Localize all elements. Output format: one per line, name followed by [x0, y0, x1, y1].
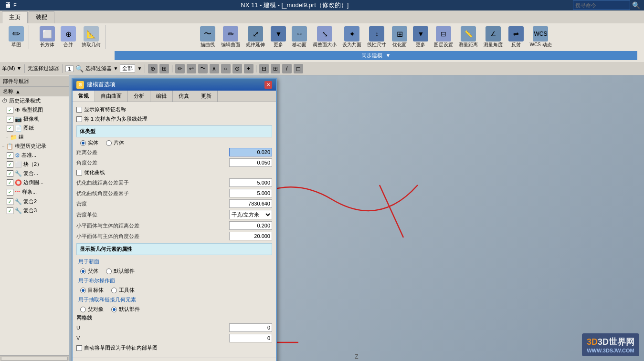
toolbar-icon-3[interactable]: ✏ [175, 64, 185, 73]
ribbon-group-solid: ⬜ 长方体 ⊕ 合并 📐 抽取几何 [35, 25, 106, 49]
density-label: 密度 [76, 200, 229, 207]
tree-item-drawing[interactable]: ✓ 📄 图纸 [0, 124, 69, 133]
toolbar-icon-4[interactable]: ↩ [187, 64, 196, 73]
show-original-checkbox[interactable] [76, 107, 82, 113]
dialog-tab-update[interactable]: 更新 [195, 91, 218, 102]
ribbon-btn-more2[interactable]: ▼ 更多 [411, 25, 430, 49]
ribbon-btn-measure-angle[interactable]: ∠ 测量角度 [482, 25, 505, 49]
ribbon-btn-box[interactable]: ⬜ 长方体 [38, 25, 57, 49]
menu-label[interactable]: 单(M) ▼ [2, 65, 21, 72]
optimize-curve-checkbox[interactable] [76, 170, 82, 175]
default-part2-radio[interactable]: 默认部件 [111, 306, 140, 313]
toolbar-icon-10[interactable]: ⊟ [259, 64, 269, 73]
toolbar-icon-11[interactable]: ⊞ [271, 64, 280, 73]
facet-dist-input[interactable] [229, 221, 272, 230]
toolbar-icon-2[interactable]: ⊞ [159, 64, 169, 73]
ribbon-btn-set-face[interactable]: ✦ 设为共面 [340, 25, 363, 49]
tree-item-composite3[interactable]: ✓ 🔧 复合3 [0, 206, 69, 215]
tool-body-radio[interactable]: 工具体 [111, 287, 135, 294]
toolbar-icon-13[interactable]: ◻ [294, 64, 303, 73]
dialog-tab-analysis[interactable]: 分析 [128, 91, 150, 102]
density-unit-select[interactable]: 千克/立方米 [229, 210, 272, 219]
all-label[interactable]: 全部 [120, 64, 135, 72]
sidebar-scrollbar[interactable] [0, 355, 69, 361]
ribbon-btn-edit-curve[interactable]: ✏ 编辑曲面 [219, 25, 242, 49]
tree-item-camera[interactable]: ✓ 📷 摄像机 [0, 114, 69, 124]
tab-assembly[interactable]: 装配 [29, 11, 54, 23]
grid-v-input[interactable] [229, 334, 272, 342]
ribbon-btn-extend[interactable]: ⤢ 规律延伸 [244, 25, 267, 49]
angle-tol-input[interactable] [229, 158, 272, 167]
tree-item-datum[interactable]: ✓ ⚙ 基准... [0, 151, 69, 160]
tab-home[interactable]: 主页 [2, 11, 28, 23]
parent-obj-label: 父对象 [88, 306, 104, 313]
dialog-tab-edit[interactable]: 编辑 [150, 91, 173, 102]
tree-item-block[interactable]: ✓ ⬜ 块（2） [0, 160, 69, 169]
tree-item-group[interactable]: − 📁 组 [0, 133, 69, 142]
distance-tol-input[interactable] [229, 148, 272, 156]
facet-angle-input[interactable] [229, 232, 272, 240]
sep2 [62, 64, 63, 73]
ribbon-btn-linear-dim[interactable]: ↕ 线性尺寸 [365, 25, 388, 49]
ribbon-btn-optimize[interactable]: ⊞ 优化面 [390, 25, 409, 49]
tree-item-model-history[interactable]: − 📋 模型历史记录 [0, 142, 69, 151]
tree-item-model-view[interactable]: ✓ 👁 模型视图 [0, 105, 69, 114]
more2-label: 更多 [416, 41, 425, 48]
toolbar-icon-6[interactable]: ∧ [210, 64, 219, 73]
sync-chevron[interactable]: ▼ [386, 52, 391, 58]
ribbon-btn-wcs[interactable]: WCS WCS 动态 [528, 25, 553, 49]
toolbar-icon-5[interactable]: 〜 [198, 64, 208, 73]
opt-angle-factor-input[interactable] [229, 189, 272, 197]
dialog-close-button[interactable]: ✕ [264, 81, 272, 89]
angle-tol-label: 角度公差 [76, 159, 229, 166]
tree-item-composite1[interactable]: ✓ 🔧 复合... [0, 169, 69, 178]
distance-tol-row: 距离公差 [76, 148, 272, 156]
tree-item-history-mode[interactable]: ⏱ 历史记录模式 [0, 96, 69, 105]
target-body-radio[interactable]: 目标体 [80, 287, 104, 294]
no-filter-btn[interactable]: 无选择过滤器 [28, 65, 59, 72]
toolbar-icon-8[interactable]: ⊙ [232, 64, 242, 73]
toolbar-icon-7[interactable]: ○ [221, 64, 231, 73]
ribbon-group-freeform: 〜 描曲线 ✏ 编辑曲面 ⤢ 规律延伸 ▼ 更多 ↔ 移动面 [112, 25, 640, 60]
ribbon-btn-curve[interactable]: 〜 描曲线 [198, 25, 217, 49]
ribbon-btn-sketch[interactable]: ✏ 草图 [7, 25, 26, 49]
sheet-radio[interactable]: 片体 [106, 139, 124, 146]
grid-u-input[interactable] [229, 323, 272, 332]
toolbar-icon-1[interactable]: ⊕ [148, 64, 158, 73]
parent-obj-radio[interactable]: 父对象 [80, 306, 104, 313]
default-part-radio[interactable]: 默认部件 [106, 268, 135, 275]
tree-item-composite2[interactable]: ✓ 🔧 复合2 [0, 197, 69, 206]
dialog-tab-general[interactable]: 常规 [73, 91, 95, 102]
ribbon-btn-merge[interactable]: ⊕ 合并 [59, 25, 78, 49]
ribbon-btn-more1[interactable]: ▼ 更多 [269, 25, 288, 49]
solid-radio[interactable]: 实体 [80, 139, 98, 146]
parent-body-radio[interactable]: 父体 [80, 268, 98, 275]
toolbar-icon-9[interactable]: + [244, 64, 253, 73]
ribbon-btn-extract[interactable]: 📐 抽取几何 [80, 25, 103, 49]
chevron-down-icon[interactable]: ▼ [114, 66, 118, 71]
density-input[interactable] [229, 199, 272, 208]
all-chevron-icon[interactable]: ▼ [137, 66, 142, 71]
search-icon[interactable]: 🔍 [632, 1, 640, 9]
tree-item-edge[interactable]: ✓ ⭕ 边倒圆... [0, 178, 69, 187]
dialog-tab-simulation[interactable]: 仿真 [173, 91, 195, 102]
select-filter-btn[interactable]: 选择过滤器 [85, 65, 112, 72]
search-input[interactable] [573, 0, 630, 10]
ribbon-btn-move-face[interactable]: ↔ 移动面 [290, 25, 309, 49]
spline-polyline-checkbox[interactable] [76, 116, 82, 122]
ribbon-btn-resize[interactable]: ⤡ 调整面大小 [311, 25, 338, 49]
tree-item-spline[interactable]: ✓ 〜 样条... [0, 187, 69, 197]
ribbon-btn-reflect[interactable]: ⇌ 反射 [507, 25, 526, 49]
comp3-check: ✓ [7, 207, 13, 214]
ribbon-btn-measure-dist[interactable]: 📏 测量距离 [457, 25, 480, 49]
auto-sketch-checkbox[interactable] [76, 345, 82, 351]
new-face-radios: 父体 默认部件 [80, 268, 268, 275]
wcs-icon: WCS [533, 26, 548, 41]
viewport: ⚙ 建模首选项 ✕ 常规 自由曲面 分析 编辑 仿真 更新 [69, 75, 644, 361]
opt-dist-factor-input[interactable] [229, 178, 272, 187]
comp2-label: 复合2 [23, 198, 37, 205]
dialog-tab-freeform[interactable]: 自由曲面 [95, 91, 128, 102]
toolbar-icon-12[interactable]: / [282, 64, 292, 73]
comp3-label: 复合3 [23, 207, 37, 214]
ribbon-btn-layer[interactable]: ⊟ 图层设置 [432, 25, 455, 49]
